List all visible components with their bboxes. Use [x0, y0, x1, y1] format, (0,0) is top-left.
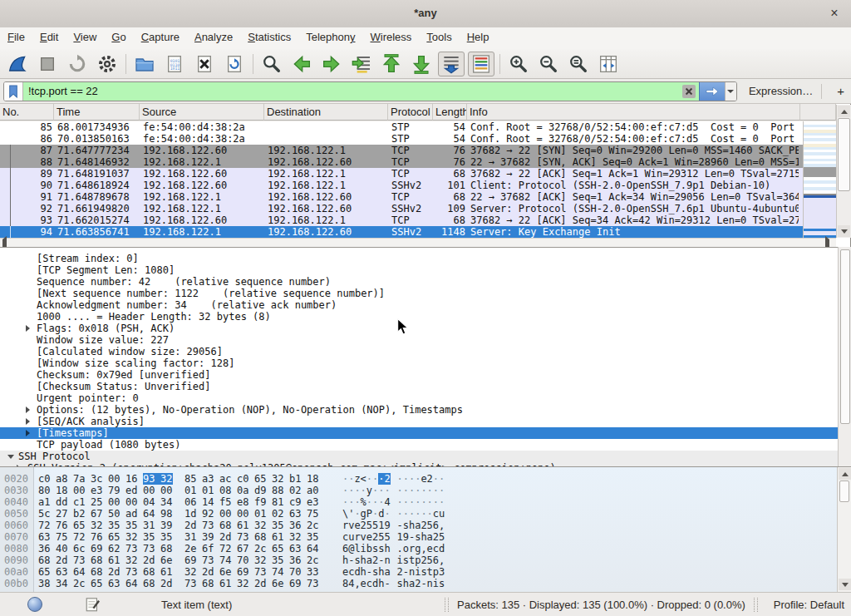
packet-row-92[interactable]: 9271.661949820192.168.122.1192.168.122.6… — [0, 203, 836, 214]
hex-byte[interactable]: 75 — [307, 508, 319, 520]
hex-byte[interactable]: 35 — [160, 531, 173, 543]
hex-byte[interactable]: 32 — [272, 473, 284, 485]
hex-byte[interactable]: 2d — [160, 578, 173, 589]
hex-byte[interactable]: 68 — [91, 554, 103, 566]
detail-line[interactable]: Flags: 0x018 (PSH, ACK) — [0, 323, 838, 334]
ascii-char[interactable]: 9 — [384, 520, 391, 531]
hex-byte[interactable]: 73 — [184, 578, 197, 589]
ascii-char[interactable]: · — [439, 485, 445, 496]
ascii-char[interactable]: · — [384, 485, 391, 496]
scrollbar-thumb[interactable] — [840, 249, 850, 424]
expand-icon[interactable] — [26, 325, 30, 332]
hex-byte[interactable]: 32 — [237, 578, 249, 589]
hex-byte[interactable]: 27 — [56, 508, 68, 520]
hex-byte[interactable]: 08 — [219, 485, 232, 496]
hex-byte[interactable]: 2d — [184, 520, 197, 531]
hex-byte[interactable]: 18 — [307, 473, 319, 485]
detail-line[interactable]: Options: (12 bytes), No-Operation (NOP),… — [0, 404, 838, 416]
expand-icon[interactable] — [26, 430, 30, 436]
hex-byte[interactable]: 65 — [108, 531, 121, 543]
hex-byte[interactable]: 02 — [272, 508, 284, 520]
detail-line[interactable]: [Checksum Status: Unverified] — [0, 381, 838, 392]
hex-byte[interactable]: 2c — [307, 520, 319, 531]
detail-line[interactable]: [Timestamps] — [0, 427, 838, 439]
hex-byte[interactable]: 2d — [219, 531, 232, 543]
start-capture-icon[interactable] — [4, 52, 31, 76]
hex-byte[interactable]: 2d — [56, 554, 68, 566]
ascii-char[interactable]: 5 — [439, 531, 445, 543]
packet-row-86[interactable]: 8670.013850163fe:54:00:d4:38:2aSTP54Conf… — [0, 133, 836, 145]
packet-row-93[interactable]: 9371.662015274192.168.122.60192.168.122.… — [0, 214, 836, 226]
go-last-icon[interactable] — [408, 52, 435, 76]
hex-byte[interactable]: 73 — [307, 578, 319, 589]
ascii-char[interactable]: a — [384, 566, 391, 578]
hex-byte[interactable]: 6f — [202, 543, 214, 554]
hex-byte[interactable]: f9 — [254, 496, 267, 508]
restart-capture-icon[interactable] — [64, 52, 91, 76]
hex-row[interactable]: 00505c27b26750ad64981d92000001026375\'·g… — [0, 508, 836, 520]
hex-byte[interactable]: 32 — [125, 554, 138, 566]
scroll-up-icon[interactable] — [838, 106, 850, 117]
resize-columns-icon[interactable] — [595, 52, 622, 76]
detail-line[interactable]: [Next sequence number: 1122 (relative se… — [0, 288, 838, 299]
scroll-down-icon[interactable] — [838, 225, 850, 237]
filter-input[interactable]: !tcp.port == 22 — [3, 81, 737, 101]
hex-byte[interactable]: 00 — [125, 496, 138, 508]
capture-options-icon[interactable] — [94, 52, 121, 76]
open-file-icon[interactable] — [131, 52, 158, 76]
hex-byte[interactable]: 06 — [184, 496, 197, 508]
hex-row[interactable]: 0070637572766532353531392d7368613235curv… — [0, 531, 836, 543]
column-header-destination[interactable]: Destination — [264, 104, 388, 121]
hex-byte[interactable]: c0 — [38, 473, 51, 485]
hex-byte[interactable]: 6e — [219, 566, 232, 578]
detail-line[interactable]: SSH Protocol — [0, 451, 838, 462]
hex-byte[interactable]: 6e — [272, 578, 284, 589]
hex-byte[interactable]: 34 — [160, 496, 173, 508]
hex-byte[interactable]: b1 — [289, 473, 302, 485]
ascii-char[interactable]: , — [439, 554, 445, 566]
menu-help[interactable]: Help — [460, 27, 497, 47]
hex-byte[interactable]: 36 — [289, 520, 302, 531]
reload-file-icon[interactable] — [221, 52, 248, 76]
hex-byte[interactable]: c1 — [73, 496, 86, 508]
scrollbar-thumb[interactable] — [839, 480, 849, 502]
hex-byte[interactable]: 69 — [91, 543, 103, 554]
hex-row[interactable]: 00b038342c656364682d736861322d6e697384,e… — [0, 578, 836, 589]
hex-byte[interactable]: 64 — [143, 508, 155, 520]
hex-byte[interactable]: 2d — [108, 566, 121, 578]
hex-byte[interactable]: 32 — [289, 531, 302, 543]
hex-byte[interactable]: 35 — [272, 520, 284, 531]
packet-row-88[interactable]: 8871.648146932192.168.122.1192.168.122.6… — [0, 156, 836, 168]
hex-byte[interactable]: 2c — [73, 578, 86, 589]
hex-byte[interactable]: 79 — [108, 485, 121, 496]
zoom-in-icon[interactable] — [505, 52, 532, 76]
go-to-packet-icon[interactable] — [348, 52, 375, 76]
hex-byte[interactable]: ed — [125, 485, 138, 496]
hex-byte[interactable]: 73 — [202, 520, 214, 531]
colorize-icon[interactable] — [468, 52, 494, 76]
hex-byte[interactable]: 61 — [108, 554, 121, 566]
hex-vscrollbar[interactable] — [837, 467, 851, 592]
hex-byte[interactable]: a1 — [38, 496, 51, 508]
detail-line[interactable]: Checksum: 0x79ed [unverified] — [0, 369, 838, 381]
hex-byte[interactable]: 38 — [38, 578, 51, 589]
menu-statistics[interactable]: Statistics — [240, 27, 298, 47]
hex-byte[interactable]: 61 — [219, 578, 232, 589]
menu-tools[interactable]: Tools — [419, 27, 459, 47]
hex-byte[interactable]: 04 — [143, 496, 155, 508]
expression-button[interactable]: Expression… — [749, 85, 813, 97]
hex-row[interactable]: 008036406c69627373682e6f72672c6563646@li… — [0, 543, 836, 554]
hex-byte[interactable]: 68 — [143, 578, 155, 589]
hex-byte[interactable]: 16 — [125, 473, 138, 485]
hex-byte[interactable]: 75 — [56, 531, 68, 543]
packet-list-minimap[interactable] — [803, 121, 837, 238]
bookmark-icon[interactable] — [4, 82, 23, 101]
hex-byte[interactable]: a3 — [202, 473, 214, 485]
hex-byte[interactable]: 50 — [108, 508, 121, 520]
hex-byte[interactable]: 81 — [272, 496, 284, 508]
hex-byte[interactable]: 00 — [219, 508, 232, 520]
hex-byte[interactable]: 68 — [38, 554, 51, 566]
hex-byte[interactable]: 74 — [272, 566, 284, 578]
hex-row[interactable]: 00a0656364682d736861322d6e6973747033ecdh… — [0, 566, 836, 578]
apply-filter-button[interactable] — [699, 82, 725, 101]
